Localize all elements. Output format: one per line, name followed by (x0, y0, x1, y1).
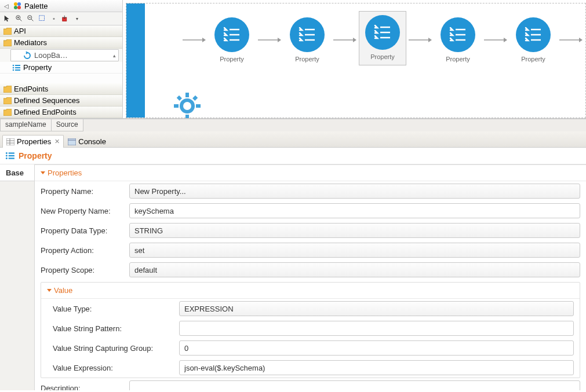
svg-rect-11 (39, 16, 45, 21)
api-resource-block[interactable] (126, 3, 145, 118)
properties-category-tabs: Base (0, 164, 35, 390)
dropdown-property-name[interactable]: New Property... (129, 184, 580, 199)
flow-arrow (330, 36, 359, 43)
svg-line-9 (31, 19, 34, 21)
svg-point-1 (17, 2, 21, 6)
label-property-scope: Property Scope: (41, 266, 125, 274)
property-node[interactable]: Property (510, 17, 556, 63)
palette-group-api[interactable]: API (0, 25, 122, 37)
input-value-expression[interactable] (179, 360, 574, 375)
gear-icon (173, 91, 202, 118)
properties-view-header: Property (0, 148, 586, 164)
property-node[interactable]: Property (209, 17, 255, 63)
svg-rect-21 (185, 115, 189, 118)
item-label: Property (23, 63, 52, 72)
label-property-name: Property Name: (41, 187, 125, 196)
palette-title: Palette (24, 2, 48, 10)
dropdown-icon[interactable]: ▾ (72, 13, 82, 24)
view-tab-properties[interactable]: Properties ✕ (2, 135, 64, 148)
editor-tab-bar: sampleName Source (0, 119, 586, 131)
zoom-out-tool[interactable] (26, 13, 36, 24)
tab-source[interactable]: Source (51, 119, 83, 131)
section-properties: Properties Property Name: New Property..… (35, 164, 586, 390)
svg-point-19 (181, 100, 193, 112)
dropdown-property-data-type[interactable]: STRING (129, 223, 580, 238)
svg-point-0 (14, 2, 17, 6)
marquee-tool[interactable] (37, 13, 48, 24)
flow-arrow (556, 36, 585, 43)
dropdown-property-scope[interactable]: default (129, 262, 580, 277)
properties-view-title: Property (19, 151, 52, 160)
console-view-icon (68, 138, 76, 145)
input-description[interactable] (129, 380, 580, 390)
palette-group-defined-endpoints[interactable]: Defined EndPoints (0, 107, 122, 118)
svg-line-5 (20, 19, 22, 21)
svg-point-53 (6, 152, 8, 154)
section-header-value[interactable]: Value (41, 283, 580, 299)
input-value-string-pattern[interactable] (179, 321, 574, 336)
svg-point-57 (6, 157, 8, 159)
palette-title-bar: ◁ Palette (0, 0, 122, 12)
svg-rect-51 (68, 138, 76, 145)
label-description: Description: (41, 384, 125, 391)
section-value: Value Value Type: EXPRESSION Value Strin… (41, 282, 580, 378)
view-tab-label: Properties (17, 137, 51, 146)
design-canvas[interactable]: Property Property Property Property (123, 0, 586, 118)
svg-rect-22 (174, 104, 179, 108)
properties-form-area: Base Properties Property Name: New Prope… (0, 164, 586, 390)
group-label: EndPoints (14, 85, 48, 93)
svg-rect-47 (6, 138, 14, 145)
view-tab-console[interactable]: Console (64, 135, 110, 148)
property-node[interactable]: Property (435, 17, 481, 63)
input-new-property-name[interactable] (129, 203, 580, 218)
field-value: EXPRESSION (184, 305, 234, 313)
flow-arrow (255, 36, 284, 43)
views-tab-bar: Properties ✕ Console (0, 131, 586, 148)
folder-icon (3, 39, 12, 46)
mediator-flow: Property Property Property Property (180, 15, 585, 65)
collapse-icon[interactable]: ▴ (113, 53, 116, 58)
flow-arrow (180, 36, 209, 43)
label-property-action: Property Action: (41, 246, 125, 255)
node-label: Property (521, 56, 545, 63)
label-value-string-pattern: Value String Pattern: (53, 324, 174, 333)
palette-group-mediators[interactable]: Mediators (0, 37, 122, 49)
dropdown-property-action[interactable]: set (129, 243, 580, 258)
item-label: LoopBa… (34, 51, 68, 60)
svg-point-3 (17, 6, 21, 9)
properties-form-body: Properties Property Name: New Property..… (35, 164, 586, 390)
pointer-tool[interactable] (2, 13, 13, 24)
export-tool[interactable] (60, 13, 71, 24)
property-node-selected[interactable]: Property (359, 12, 406, 65)
section-header-properties[interactable]: Properties (35, 165, 586, 181)
label-new-property-name: New Property Name: (41, 207, 125, 215)
folder-icon (3, 28, 12, 35)
palette-item-property[interactable]: Property (0, 62, 122, 74)
palette-group-defined-sequences[interactable]: Defined Sequences (0, 95, 122, 107)
chevron-down-icon (47, 289, 52, 292)
palette-group-endpoints[interactable]: EndPoints (0, 83, 122, 95)
properties-view-icon (6, 138, 14, 145)
label-property-data-type: Property Data Type: (41, 226, 125, 235)
zoom-in-tool[interactable] (14, 13, 24, 24)
tab-design[interactable]: sampleName (0, 119, 52, 131)
section-title: Value (54, 286, 72, 295)
toolbar-separator: • (49, 13, 59, 24)
view-tab-label: Console (78, 137, 106, 146)
loopback-icon (23, 52, 32, 60)
palette-item-loopback[interactable]: LoopBa… ▴ (10, 49, 119, 61)
node-label: Property (220, 56, 244, 63)
nav-back-icon[interactable]: ◁ (2, 2, 10, 10)
category-tab-base[interactable]: Base (0, 164, 34, 181)
folder-icon (3, 86, 12, 93)
node-label: Property (446, 56, 470, 63)
svg-point-15 (13, 67, 14, 68)
group-label: Defined EndPoints (14, 108, 77, 116)
close-icon[interactable]: ✕ (54, 138, 60, 145)
dropdown-value-type[interactable]: EXPRESSION (179, 301, 574, 316)
svg-point-2 (14, 6, 17, 9)
palette-spacer (0, 74, 122, 83)
property-node[interactable]: Property (284, 17, 330, 63)
svg-point-17 (13, 69, 14, 71)
input-value-string-capturing-group[interactable] (179, 340, 574, 356)
